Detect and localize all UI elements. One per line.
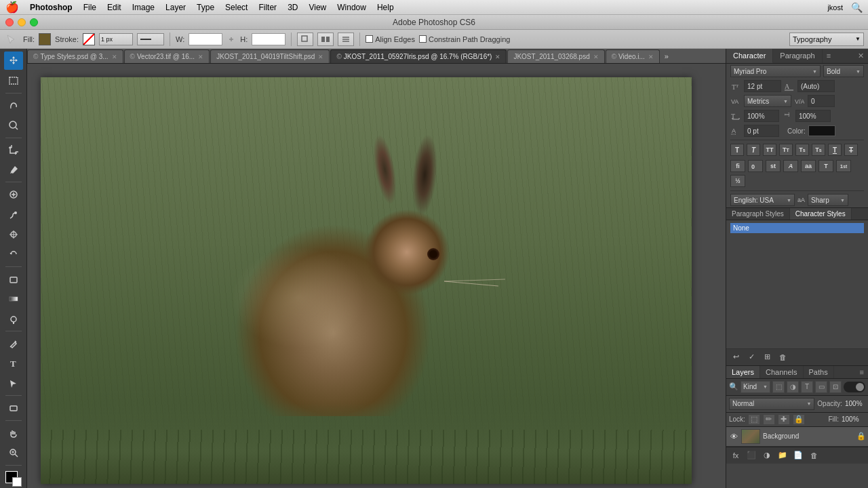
layers-filter-type-dropdown[interactable]: Kind (741, 381, 770, 393)
char-tab-character[interactable]: Character (726, 49, 773, 63)
layers-adjustment-btn[interactable]: ◑ (760, 449, 774, 462)
ot-fraction-btn[interactable]: ½ (730, 175, 745, 187)
tool-eyedropper[interactable] (4, 161, 23, 179)
menu-image[interactable]: Image (127, 0, 160, 14)
color-swatch[interactable] (808, 125, 835, 136)
tool-history-brush[interactable] (4, 245, 23, 264)
tab-video[interactable]: © Video.i... ✕ (606, 49, 660, 63)
styles-confirm-btn[interactable]: ✓ (745, 351, 758, 363)
tool-gradient[interactable] (4, 289, 23, 308)
style-bold-btn[interactable]: T (730, 144, 744, 156)
char-tab-paragraph[interactable]: Paragraph (773, 49, 822, 63)
stroke-type-dropdown[interactable] (137, 33, 164, 45)
leading-input[interactable]: (Auto) (797, 80, 835, 92)
path-arrange-btn[interactable] (338, 33, 354, 46)
tab-03268[interactable]: JKOST_2011_03268.psd ✕ (507, 49, 604, 63)
fill-swatch[interactable] (39, 33, 51, 45)
tool-dodge[interactable] (4, 310, 23, 328)
tab-type-styles[interactable]: © Type Styles.psd @ 3... ✕ (27, 49, 123, 63)
layers-lock-move-btn[interactable]: ✚ (778, 414, 790, 425)
char-panel-close[interactable]: ✕ (854, 49, 868, 63)
window-minimize-btn[interactable] (18, 18, 26, 26)
menu-layer[interactable]: Layer (160, 0, 191, 14)
font-style-dropdown[interactable]: Bold (823, 65, 864, 77)
layer-item-background[interactable]: 👁 Background 🔒 (726, 427, 868, 447)
tool-brush[interactable] (4, 205, 23, 224)
layers-filter-pixel-btn[interactable]: ⬚ (772, 381, 785, 393)
layers-lock-position-btn[interactable]: ✏ (763, 414, 775, 425)
tool-healing[interactable] (4, 185, 23, 203)
h-input[interactable] (252, 33, 285, 45)
style-smallcaps-btn[interactable]: TT (779, 144, 793, 156)
menu-help[interactable]: Help (372, 0, 399, 14)
layer-visibility-icon[interactable]: 👁 (729, 432, 738, 441)
layers-filter-adjustment-btn[interactable]: ◑ (787, 381, 799, 393)
link-btn[interactable] (226, 35, 236, 44)
tool-path-select[interactable] (4, 374, 23, 392)
tab-close-2[interactable]: ✕ (198, 54, 203, 60)
baseline-input[interactable]: 0 pt (744, 125, 779, 137)
styles-undo-btn[interactable]: ↩ (729, 351, 743, 363)
menu-file[interactable]: File (78, 0, 102, 14)
stroke-swatch[interactable] (83, 33, 95, 45)
tool-lasso[interactable] (4, 96, 23, 115)
style-underline-btn[interactable]: T (828, 144, 842, 156)
ot-swash-btn[interactable]: A (783, 160, 798, 172)
apple-menu[interactable]: 🍎 (5, 1, 19, 14)
tab-close-4[interactable]: ✕ (495, 54, 500, 60)
tab-overflow-btn[interactable]: » (660, 49, 673, 63)
style-none-item[interactable]: None (730, 223, 864, 233)
tool-zoom[interactable] (4, 443, 23, 462)
layers-filter-type-btn[interactable]: T (801, 381, 813, 393)
tab-close-5[interactable]: ✕ (593, 54, 599, 60)
search-icon[interactable]: 🔍 (851, 2, 863, 13)
ot-titling-btn[interactable]: T (818, 160, 833, 172)
layers-expand-btn[interactable]: ≡ (856, 366, 868, 378)
char-panel-expand[interactable]: ≡ (823, 49, 835, 63)
w-input[interactable] (189, 33, 222, 45)
font-family-dropdown[interactable]: Myriad Pro (730, 65, 821, 77)
layers-fx-btn[interactable]: fx (729, 449, 743, 462)
styles-new-btn[interactable]: ⊞ (760, 351, 774, 363)
ot-ordinal-btn[interactable]: 1st (836, 160, 851, 172)
styles-delete-btn[interactable]: 🗑 (776, 351, 789, 363)
tool-select-rect[interactable] (4, 71, 23, 89)
tab-iris-active[interactable]: © JKOST_2011_05927Iris.psd @ 16.7% (RGB/… (330, 49, 507, 63)
layers-group-btn[interactable]: 📁 (776, 449, 789, 462)
style-sub-btn[interactable]: Ts (812, 144, 825, 156)
tool-hand[interactable] (4, 424, 23, 442)
ot-ligatures-btn[interactable]: fi (730, 160, 745, 172)
align-edges-checkbox[interactable] (366, 35, 373, 43)
tab-character-styles[interactable]: Character Styles (790, 208, 852, 220)
antialiasing-dropdown[interactable]: Sharp (808, 194, 848, 206)
tab-close-1[interactable]: ✕ (112, 54, 117, 60)
layers-opacity-value[interactable]: 100% (845, 400, 865, 407)
tool-quick-select[interactable] (4, 116, 23, 134)
layers-fill-value[interactable]: 100% (842, 415, 865, 423)
menu-filter[interactable]: Filter (253, 0, 282, 14)
menu-edit[interactable]: Edit (102, 0, 127, 14)
layers-filter-shape-btn[interactable]: ▭ (815, 381, 827, 393)
menu-type[interactable]: Type (191, 0, 220, 14)
tool-eraser[interactable] (4, 270, 23, 288)
style-allcaps-btn[interactable]: TT (763, 144, 776, 156)
tab-vector23[interactable]: © Vector23.tif @ 16... ✕ (124, 49, 210, 63)
background-color[interactable] (12, 477, 22, 487)
path-ops-btn[interactable] (297, 33, 313, 46)
tool-type[interactable]: T (4, 354, 23, 373)
layers-tab-channels[interactable]: Channels (760, 366, 803, 378)
scale-v-input[interactable]: 100% (795, 110, 831, 122)
tool-clone[interactable] (4, 225, 23, 243)
tab-close-6[interactable]: ✕ (648, 54, 654, 60)
layers-delete-btn[interactable]: 🗑 (807, 449, 821, 462)
ot-oldstyle-btn[interactable]: aa (801, 160, 816, 172)
layers-tab-layers[interactable]: Layers (726, 366, 760, 378)
tab-paragraph-styles[interactable]: Paragraph Styles (726, 208, 790, 220)
style-super-btn[interactable]: Ts (795, 144, 809, 156)
constrain-checkbox[interactable] (419, 35, 427, 43)
font-size-input[interactable]: 12 pt (744, 80, 781, 92)
menu-select[interactable]: Select (220, 0, 253, 14)
style-italic-btn[interactable]: T (747, 144, 760, 156)
layers-filter-toggle[interactable] (844, 382, 865, 392)
scale-h-input[interactable]: 100% (744, 110, 779, 122)
